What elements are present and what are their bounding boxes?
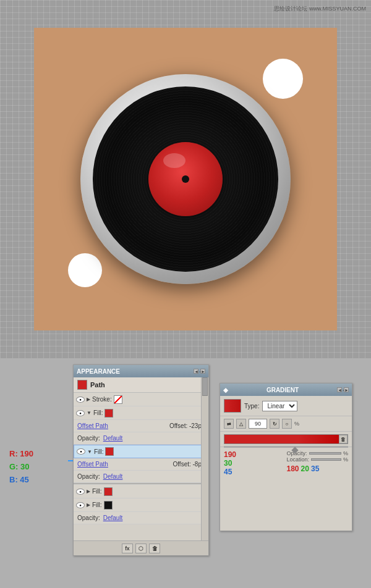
- vinyl-container: [80, 74, 291, 284]
- offset-value-1: Offset: -23px: [169, 422, 205, 429]
- fill4-arrow: ▶: [87, 502, 90, 508]
- gradient-header: Type: Linear Radial: [220, 396, 352, 416]
- opacity-row-2: Opacity: Default: [74, 471, 208, 483]
- gradient-rgb: 190 30 45 Opacity: % Location:: [220, 447, 352, 479]
- gradient-controls: ⇄ △ ↻ ○ %: [220, 416, 352, 432]
- opacity-pct: %: [343, 450, 348, 456]
- rgb-labels: R: 190 G: 30 B: 45: [9, 448, 33, 486]
- opacity-row-3: Opacity: Default: [74, 512, 208, 524]
- fill-row-3[interactable]: ● ▶ Fill:: [74, 485, 208, 498]
- opacity-value-3[interactable]: Default: [103, 514, 123, 521]
- fill1-label: Fill:: [93, 410, 103, 416]
- eye-icon-stroke[interactable]: ●: [76, 397, 85, 403]
- opacity-label-2: Opacity:: [77, 473, 100, 480]
- appearance-title: APPEARANCE: [77, 368, 120, 375]
- gradient-right-rgb: 180 20 35: [287, 464, 349, 473]
- opacity-value-2[interactable]: Default: [103, 473, 123, 480]
- fill1-arrow: ▼: [87, 410, 92, 416]
- opacity-value-1[interactable]: Default: [103, 435, 123, 442]
- gradient-title-diamond: ◆: [223, 387, 228, 393]
- offset-row-2: Offset Path Offset: -8px: [74, 458, 208, 471]
- path-label: Path: [90, 381, 105, 388]
- fill4-swatch[interactable]: [104, 501, 113, 510]
- rgb-b-label: B: 45: [9, 474, 33, 487]
- rgb-r-label: R: 190: [9, 448, 33, 461]
- gradient-g-left-row: 30: [224, 459, 286, 468]
- eye-icon-fill3[interactable]: ●: [76, 489, 85, 495]
- offset-value-2: Offset: -8px: [173, 461, 205, 468]
- fill-row-4[interactable]: ● ▶ Fill:: [74, 498, 208, 512]
- opacity-label-1: Opacity:: [77, 435, 100, 442]
- gradient-r-left-row: 190: [224, 450, 286, 459]
- offset-link-1[interactable]: Offset Path: [77, 422, 108, 429]
- gradient-bar-container: 🗑: [220, 432, 352, 447]
- vinyl-spindle: [182, 175, 189, 183]
- gradient-pct-btn[interactable]: ○: [282, 419, 292, 429]
- fill4-label: Fill:: [92, 502, 102, 508]
- bottom-panels: R: 190 G: 30 B: 45 APPEARANCE ◄◄ ► Path …: [0, 358, 371, 588]
- collapse-btn[interactable]: ◄◄: [194, 369, 198, 374]
- fill3-arrow: ▶: [87, 489, 90, 494]
- gradient-collapse-btn[interactable]: ◄◄: [337, 387, 342, 392]
- eye-icon-fill1[interactable]: ●: [76, 410, 85, 416]
- gradient-cycle-btn[interactable]: ↻: [270, 419, 279, 429]
- appearance-toolbar: fx ⬡ 🗑: [74, 540, 208, 555]
- appearance-titlebar: APPEARANCE ◄◄ ►: [74, 365, 208, 377]
- gradient-r-right: 180: [287, 464, 299, 473]
- eye-icon-fill2[interactable]: ●: [77, 448, 85, 455]
- fill2-swatch[interactable]: [105, 447, 114, 456]
- gradient-g-left: 30: [224, 459, 232, 468]
- location-slider[interactable]: [311, 458, 341, 461]
- scrollbar-thumb[interactable]: [202, 377, 208, 396]
- stroke-row[interactable]: ● ▶ Stroke:: [74, 393, 208, 406]
- gradient-left-values: 190 30 45: [224, 450, 286, 476]
- gradient-panel: ◆ GRADIENT ◄◄ ► Type: Linear Radial ⇄ △ …: [220, 383, 352, 531]
- gradient-bar[interactable]: 🗑: [224, 434, 348, 444]
- fill2-arrow: ▼: [87, 449, 92, 455]
- fill-row-2[interactable]: ● ▼ Fill:: [74, 445, 208, 458]
- gradient-delete-btn[interactable]: 🗑: [339, 435, 348, 443]
- panel-scrollbar[interactable]: [201, 377, 208, 540]
- offset-row-1: Offset Path Offset: -23px: [74, 420, 208, 432]
- location-pct: %: [343, 456, 348, 463]
- fill1-swatch[interactable]: [104, 409, 113, 418]
- gradient-bar-track: [224, 446, 348, 448]
- gradient-angle-input[interactable]: [249, 419, 267, 429]
- gradient-pct-suffix: %: [294, 421, 299, 427]
- gradient-type-select[interactable]: Linear Radial: [262, 401, 297, 411]
- opacity-row-1: Opacity: Default: [74, 432, 208, 445]
- gradient-reverse-btn[interactable]: ⇄: [224, 419, 234, 429]
- gradient-swatch[interactable]: [224, 399, 241, 413]
- gradient-g-right: 20: [301, 464, 309, 473]
- fx-button[interactable]: fx: [122, 544, 133, 553]
- watermark: 思绘设计论坛 www.MISSYUAN.COM: [274, 5, 366, 13]
- appearance-panel: APPEARANCE ◄◄ ► Path ● ▶ Stroke: ● ▼ Fil…: [73, 364, 209, 556]
- gradient-b-left: 45: [224, 468, 232, 476]
- path-icon: [77, 380, 87, 390]
- gradient-b-left-row: 45: [224, 468, 286, 476]
- gradient-angle-btn[interactable]: △: [236, 419, 246, 429]
- fill3-swatch[interactable]: [104, 487, 113, 496]
- eye-icon-fill4[interactable]: ●: [76, 502, 85, 508]
- fill-row-1[interactable]: ● ▼ Fill:: [74, 406, 208, 420]
- stroke-swatch[interactable]: [114, 395, 122, 404]
- expand-btn[interactable]: ►: [200, 369, 205, 374]
- gradient-title: GRADIENT: [267, 387, 299, 393]
- duplicate-button[interactable]: ⬡: [135, 544, 147, 553]
- titlebar-controls: ◄◄ ►: [194, 369, 205, 374]
- offset-link-2[interactable]: Offset Path: [77, 461, 108, 468]
- gradient-type-label: Type:: [244, 403, 259, 410]
- gradient-expand-btn[interactable]: ►: [344, 387, 349, 392]
- gradient-titlebar-controls: ◄◄ ►: [337, 387, 349, 392]
- gradient-right-values: Opacity: % Location: % 180 20 35: [287, 450, 349, 476]
- stroke-arrow: ▶: [87, 397, 90, 402]
- gradient-titlebar: ◆ GRADIENT ◄◄ ►: [220, 384, 352, 396]
- delete-button[interactable]: 🗑: [149, 544, 160, 553]
- fill3-label: Fill:: [92, 488, 102, 495]
- location-slider-label: Location:: [287, 456, 310, 463]
- location-slider-row: Location: %: [287, 456, 349, 463]
- opacity-label-3: Opacity:: [77, 514, 100, 521]
- artboard: [34, 28, 337, 330]
- opacity-slider[interactable]: [309, 452, 341, 455]
- gradient-b-right: 35: [311, 464, 319, 473]
